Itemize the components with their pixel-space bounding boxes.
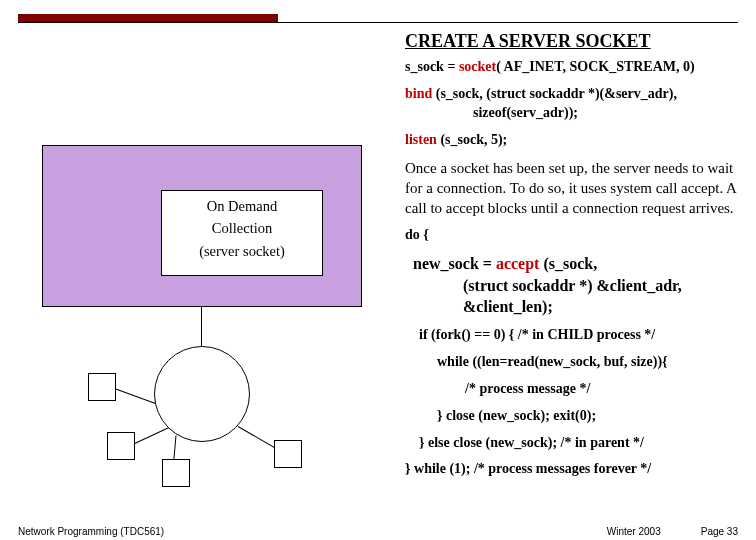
- listen-line: listen (s_sock, 5);: [405, 131, 740, 150]
- accept-l2: (struct sockaddr *) &client_adr,: [413, 277, 682, 294]
- socket-args: ( AF_INET, SOCK_STREAM, 0): [496, 59, 694, 74]
- accept-l1: (s_sock,: [539, 255, 597, 272]
- inner-box-line1: On Demand: [162, 195, 322, 217]
- diagram: On Demand Collection (server socket): [42, 145, 372, 495]
- footer-left: Network Programming (TDC561): [18, 526, 164, 537]
- socket-keyword: socket: [459, 59, 496, 74]
- explanation-paragraph: Once a socket has been set up, the serve…: [405, 158, 740, 219]
- bind-block: bind (s_sock, (struct sockaddr *)(&serv_…: [405, 85, 740, 123]
- process-msg: /* process message */: [405, 380, 740, 399]
- while-read: while ((len=read(new_sock, buf, size)){: [405, 353, 740, 372]
- else-parent: } else close (new_sock); /* in parent */: [405, 434, 740, 453]
- accept-l3: &client_len);: [413, 298, 553, 315]
- footer: Network Programming (TDC561) Winter 2003…: [18, 526, 738, 537]
- fork-line: if (fork() == 0) { /* in CHILD process *…: [405, 326, 740, 345]
- accept-block: new_sock = accept (s_sock, (struct socka…: [413, 253, 740, 318]
- listen-args: (s_sock, 5);: [437, 132, 507, 147]
- footer-mid: Winter 2003: [607, 526, 661, 537]
- accept-assign: new_sock =: [413, 255, 496, 272]
- footer-right: Page 33: [701, 526, 738, 537]
- socket-assign: s_sock =: [405, 59, 459, 74]
- diagram-inner-box: On Demand Collection (server socket): [161, 190, 323, 276]
- diagram-outer-box: On Demand Collection (server socket): [42, 145, 362, 307]
- socket-line: s_sock = socket( AF_INET, SOCK_STREAM, 0…: [405, 58, 740, 77]
- diagram-square-2: [107, 432, 135, 460]
- header-accent-bar: [18, 14, 278, 22]
- accept-keyword: accept: [496, 255, 540, 272]
- while-forever: } while (1); /* process messages forever…: [405, 460, 740, 479]
- bind-line1: (s_sock, (struct sockaddr *)(&serv_adr),: [432, 86, 677, 101]
- diagram-circle: [154, 346, 250, 442]
- code-column: s_sock = socket( AF_INET, SOCK_STREAM, 0…: [405, 58, 740, 487]
- diagram-square-3: [162, 459, 190, 487]
- header-rule: [18, 22, 738, 23]
- bind-keyword: bind: [405, 86, 432, 101]
- close-child: } close (new_sock); exit(0);: [405, 407, 740, 426]
- inner-box-line2: Collection: [162, 217, 322, 239]
- diagram-stem: [201, 306, 202, 346]
- listen-keyword: listen: [405, 132, 437, 147]
- diagram-square-1: [88, 373, 116, 401]
- inner-box-line3: (server socket): [162, 240, 322, 262]
- slide-title: CREATE A SERVER SOCKET: [405, 31, 651, 52]
- diagram-square-4: [274, 440, 302, 468]
- do-open: do {: [405, 226, 740, 245]
- bind-line2: sizeof(serv_adr));: [405, 105, 578, 120]
